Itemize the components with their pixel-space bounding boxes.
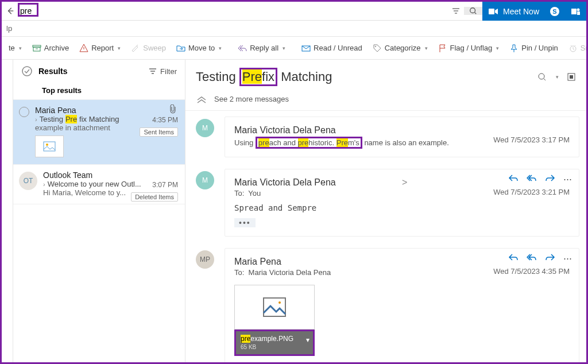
svg-rect-18 (264, 298, 285, 316)
svg-point-19 (278, 301, 281, 304)
avatar: OT (19, 172, 37, 190)
message-actions: ⋯ (508, 174, 572, 184)
reply-icon[interactable] (508, 174, 519, 184)
svg-point-14 (46, 144, 48, 146)
select-all-icon[interactable] (21, 65, 33, 77)
svg-point-12 (22, 67, 32, 76)
result-time: 3:07 PM (152, 181, 178, 189)
teams-icon[interactable] (570, 6, 581, 17)
move-to-button[interactable]: Move to▾ (173, 41, 225, 55)
attachment[interactable]: preexample.PNG 65 KB ▾ (234, 285, 315, 356)
avatar: M (196, 119, 214, 137)
svg-rect-1 (489, 9, 494, 14)
chevron-right-icon: › (43, 181, 45, 188)
expand-quoted-button[interactable]: ••• (234, 218, 256, 227)
forward-icon[interactable] (545, 253, 555, 264)
result-folder: Deleted Items (131, 192, 178, 202)
result-time: 4:35 PM (152, 116, 178, 124)
chevron-down-icon: ▾ (425, 45, 428, 51)
sweep-button[interactable]: Sweep (127, 41, 169, 55)
message-date: Wed 7/5/2023 4:35 PM (493, 267, 570, 276)
chevron-down-icon: ▾ (219, 45, 222, 51)
message-card[interactable]: ⋯ Maria Pena To: Maria Victoria Dela Pen… (225, 248, 579, 362)
select-circle[interactable] (19, 107, 29, 117)
expand-up-icon[interactable] (196, 94, 207, 103)
avatar: MP (196, 250, 214, 269)
archive-button[interactable]: Archive (29, 41, 72, 55)
message-date: Wed 7/5/2023 3:17 PM (493, 135, 570, 144)
skype-icon[interactable]: S (550, 6, 560, 17)
categorize-button[interactable]: Categorize▾ (369, 41, 431, 55)
report-button[interactable]: Report▾ (76, 41, 124, 55)
chevron-down-icon[interactable]: ▾ (556, 74, 559, 80)
forward-icon[interactable] (545, 174, 555, 184)
reply-icon[interactable] (508, 253, 519, 264)
search-submit-button[interactable] (464, 7, 482, 15)
svg-point-0 (470, 8, 475, 13)
search-input-wrap (19, 4, 448, 18)
attachment-preview (234, 285, 315, 330)
attachment-thumb[interactable] (35, 135, 64, 157)
search-filter-button[interactable] (448, 7, 464, 14)
snooze-button[interactable]: Snooze▾ (565, 41, 588, 55)
chevron-down-icon: ▾ (118, 45, 121, 51)
zoom-button[interactable] (537, 72, 547, 82)
message-card[interactable]: ⋯ Maria Victoria Dela Pena > To: You Wed… (225, 169, 579, 237)
chevron-down-icon[interactable]: ▾ (306, 336, 310, 344)
chevron-right-icon: › (35, 116, 37, 123)
back-button[interactable] (2, 7, 19, 15)
search-input[interactable] (19, 4, 448, 18)
more-actions-icon[interactable]: ⋯ (563, 174, 572, 184)
chevron-down-icon: ▾ (283, 45, 285, 51)
chevron-down-icon: ▾ (19, 45, 22, 51)
message-body: Spread and Sempre (234, 203, 570, 212)
results-title: Results (38, 67, 68, 76)
attachment-icon (169, 104, 177, 114)
sub-row: lp (2, 21, 586, 37)
result-from: Outlook Team (43, 171, 178, 180)
svg-point-15 (539, 73, 544, 79)
results-column: Results Filter Top results Maria Pena › … (13, 60, 185, 362)
top-results-header: Top results (13, 80, 185, 100)
reply-all-icon[interactable] (527, 174, 537, 184)
left-gutter (2, 60, 13, 362)
message-from: Maria Victoria Dela Pena (234, 125, 570, 135)
reply-all-button[interactable]: Reply all▾ (234, 41, 289, 55)
message-toolbar: te▾ Archive Report▾ Sweep Move to▾ Reply… (2, 37, 586, 60)
svg-rect-13 (44, 142, 55, 151)
quote-marker: > (402, 177, 407, 188)
result-folder: Sent Items (140, 127, 178, 137)
chevron-down-icon: ▾ (496, 45, 499, 51)
message-actions: ⋯ (508, 253, 572, 264)
svg-point-10 (375, 46, 376, 47)
pin-button[interactable]: Pin / Unpin (506, 41, 562, 55)
svg-rect-4 (571, 9, 577, 14)
flag-button[interactable]: Flag / Unflag▾ (435, 41, 503, 55)
message-date: Wed 7/5/2023 3:21 PM (493, 188, 570, 196)
delete-button[interactable]: te▾ (5, 41, 25, 55)
avatar: M (196, 171, 214, 189)
popout-button[interactable] (567, 72, 576, 82)
result-item[interactable]: OT Outlook Team › Welcome to your new Ou… (13, 165, 185, 204)
app-header-right: Meet Now S (482, 2, 586, 21)
meet-now-button[interactable]: Meet Now (488, 7, 539, 16)
result-from: Maria Pena (35, 106, 178, 115)
reply-all-icon[interactable] (527, 253, 537, 264)
result-item[interactable]: Maria Pena › Testing Prefix Matching exa… (13, 100, 185, 165)
svg-text:S: S (552, 8, 556, 15)
reading-pane: Testing Prefix Matching ▾ See 2 more mes… (185, 60, 586, 362)
sub-row-label: lp (6, 24, 12, 33)
read-unread-button[interactable]: Read / Unread (298, 41, 366, 55)
meet-now-label: Meet Now (503, 7, 539, 16)
svg-point-5 (577, 8, 580, 11)
see-more-link[interactable]: See 2 more messages (214, 95, 289, 103)
more-actions-icon[interactable]: ⋯ (563, 253, 572, 264)
message-card[interactable]: Maria Victoria Dela Pena Using preach an… (225, 117, 579, 157)
filter-button[interactable]: Filter (149, 67, 177, 76)
attachment-label[interactable]: preexample.PNG 65 KB ▾ (234, 330, 315, 356)
conversation-title: Testing Prefix Matching (196, 68, 532, 86)
svg-rect-17 (570, 75, 573, 79)
svg-rect-6 (577, 11, 580, 15)
